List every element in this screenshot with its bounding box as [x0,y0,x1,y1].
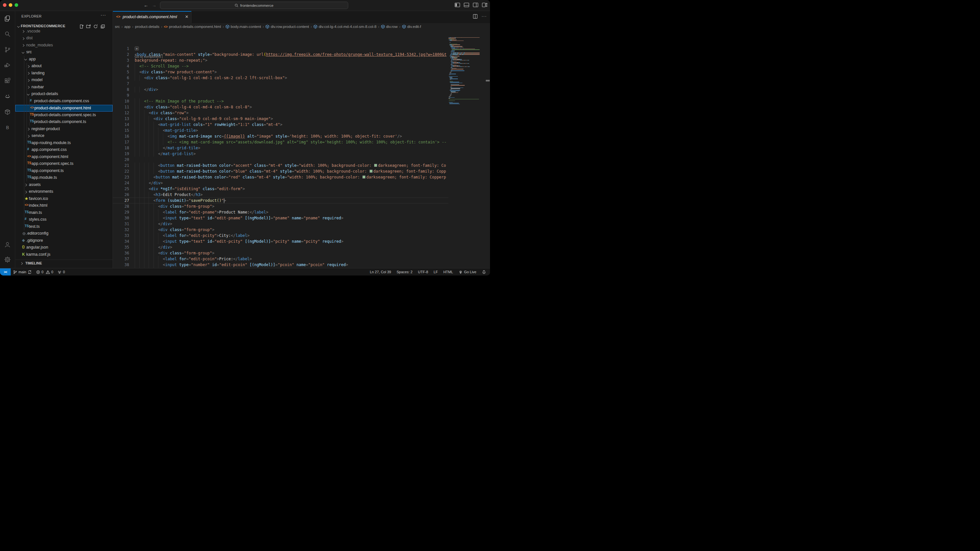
zoom-window-button[interactable] [14,3,18,7]
file-app-module-ts[interactable]: TSapp.module.ts [15,175,113,182]
code-line[interactable]: <div class="form-group"> [135,227,215,233]
activity-run-debug-icon[interactable] [0,59,15,72]
status-utf-8[interactable]: UTF-8 [418,270,428,274]
code-line[interactable]: <input type="number" id="edit-pcoin" [(n… [135,262,348,268]
code-line[interactable]: <!-- Scroll Image --> [135,63,189,69]
code-line[interactable]: <div class="row"> [135,110,189,116]
breadcrumb-item[interactable]: product-details [135,25,159,29]
activity-letter-b-icon[interactable]: B [0,121,15,134]
folder-app[interactable]: app [15,56,113,63]
inline-add-button[interactable]: + [135,46,139,51]
tab-product-details-component-html[interactable]: <> product-details.component.html ✕ [113,11,191,23]
color-swatch-darkseagreen[interactable] [374,164,377,167]
editor-more-actions-icon[interactable]: ··· [482,14,487,19]
file-app-component-css[interactable]: #app.component.css [15,147,113,154]
code-line[interactable]: <input type="text" id="edit-pcity" [(ngM… [135,239,343,244]
split-editor-icon[interactable] [473,14,478,19]
activity-extensions-icon[interactable] [0,74,15,87]
status-0[interactable]: 0 [46,270,53,274]
code-line[interactable]: <body class="main-content" style="backgr… [135,52,447,57]
status-go-live[interactable]: Go Live [458,270,476,274]
color-swatch-darkseagreen[interactable] [370,170,372,173]
breadcrumb-item[interactable]: <>product-details.component.html [164,25,221,29]
activity-search-icon[interactable] [0,27,15,41]
folder-product-details[interactable]: product-details [15,91,113,98]
code-line[interactable]: <div class="col-lg-4 col-md-4 col-sm-8 c… [135,104,252,110]
folder-about[interactable]: about [15,63,113,70]
code-line[interactable]: <input type="text" id="edit-pname" [(ngM… [135,215,343,221]
status-spaces-2[interactable]: Spaces: 2 [396,270,412,274]
folder-service[interactable]: service [15,133,113,140]
file-product-details-component-html[interactable]: <>product-details.component.html [15,105,113,112]
code-line[interactable]: <div class="row product-content"> [135,69,217,75]
code-line[interactable]: <mat-grid-list cols="1" rowHeight="1:1" … [135,122,282,127]
folder-landing[interactable]: landing [15,70,113,77]
code-line[interactable]: <div *ngIf="isEditing" class="edit-form"… [135,186,245,192]
file-app-component-ts[interactable]: TSapp.component.ts [15,167,113,175]
code-line[interactable]: <label for="edit-pcoin">Price:</label> [135,256,252,262]
folder-model[interactable]: model [15,77,113,84]
breadcrumb-item[interactable]: body.main-content [226,25,261,29]
status-sync[interactable] [28,270,32,274]
layout-panel-bottom-icon[interactable] [464,2,469,8]
command-center-search[interactable]: frontendecommerce [160,2,348,9]
code-line[interactable]: </div> [135,87,158,92]
status-ln-27-col-39[interactable]: Ln 27, Col 39 [370,270,391,274]
timeline-section-header[interactable]: TIMELINE [15,260,113,267]
status-main[interactable]: main [13,270,26,274]
folder-assets[interactable]: assets [15,182,113,188]
remote-indicator[interactable]: >< [0,268,11,276]
code-line[interactable]: <mat-grid-tile> [135,127,198,133]
folder--vscode[interactable]: .vscode [15,28,113,35]
file-index-html[interactable]: <>index.html [15,202,113,210]
code-line[interactable]: <img mat-card-image src={{image}} alt="i… [135,133,402,139]
code-line[interactable]: <form (submit)="saveProduct()"> [135,197,226,204]
layout-customize-icon[interactable] [482,2,487,8]
layout-sidebar-left-icon[interactable] [455,2,460,8]
layout-sidebar-right-icon[interactable] [473,2,478,8]
breadcrumb-item[interactable]: div.row [381,25,398,29]
folder-dist[interactable]: dist [15,35,113,42]
code-line[interactable]: <div class="col-lg-1 col-md-1 col-sm-2 c… [135,75,287,81]
code-line[interactable]: <!-- <img mat-card-image src="assets/dow… [135,139,447,145]
breadcrumb-item[interactable]: div.row.product-content [266,25,309,29]
activity-files-icon[interactable] [0,12,15,25]
file-karma-conf-js[interactable]: Kkarma.conf.js [15,251,113,258]
code-line[interactable]: </mat-grid-list> [135,151,196,157]
file-angular-json[interactable]: {}angular.json [15,244,113,252]
code-line[interactable]: </mat-grid-tile> [135,145,200,151]
code-line[interactable]: <div class="col-lg-9 col-md-9 col-sm-9 m… [135,116,273,122]
nav-back-icon[interactable]: ← [144,2,148,8]
code-line[interactable]: <div class="form-group"> [135,250,215,256]
file--editorconfig[interactable]: .editorconfig [15,230,113,237]
breadcrumb-item[interactable]: app [124,25,130,29]
code-line[interactable]: <h3>Edit Product</h3> [135,192,203,197]
file-product-details-component-ts[interactable]: TSproduct-details.component.ts [15,119,113,126]
nav-forward-icon[interactable]: → [152,2,156,8]
file-app-component-html[interactable]: <>app.component.html [15,153,113,161]
breadcrumb-item[interactable]: div.col-lg-4.col-md-4.col-sm-8.col-8 [313,25,376,29]
folder-node-modules[interactable]: node_modules [15,42,113,49]
file-app-routing-module-ts[interactable]: TSapp-routing.module.ts [15,140,113,147]
activity-smiley-icon[interactable] [0,90,15,103]
code-line[interactable]: <div class="form-group"> [135,204,215,209]
minimap[interactable] [449,37,485,268]
close-tab-icon[interactable]: ✕ [185,14,189,19]
folder-environments[interactable]: environments [15,188,113,196]
status-bell[interactable] [482,270,486,274]
breadcrumb-item[interactable]: src [115,25,120,29]
color-swatch-darkseagreen[interactable] [363,175,365,178]
code-editor[interactable]: Go to component | 1+2<body class="main-c… [113,35,490,268]
code-line[interactable]: background-repeat: no-repeat;"> [135,57,207,63]
code-line[interactable]: <button mat-raised-button color="red" cl… [135,174,446,180]
code-line[interactable]: <!-- Main Image of the product --> [135,98,224,104]
folder-register-product[interactable]: register-product [15,126,113,133]
file-styles-css[interactable]: #styles.css [15,217,113,224]
code-line[interactable]: <label for="edit-pcity">City:</label> [135,233,250,239]
code-line[interactable]: <label for="edit-pname">Product Name:</l… [135,209,268,215]
activity-account-icon[interactable] [0,238,15,251]
breadcrumb-item[interactable]: div.edit-f [402,25,421,29]
file-test-ts[interactable]: TStest.ts [15,223,113,230]
status-0[interactable]: 0 [57,270,65,274]
file-product-details-component-css[interactable]: #product-details.component.css [15,98,113,105]
